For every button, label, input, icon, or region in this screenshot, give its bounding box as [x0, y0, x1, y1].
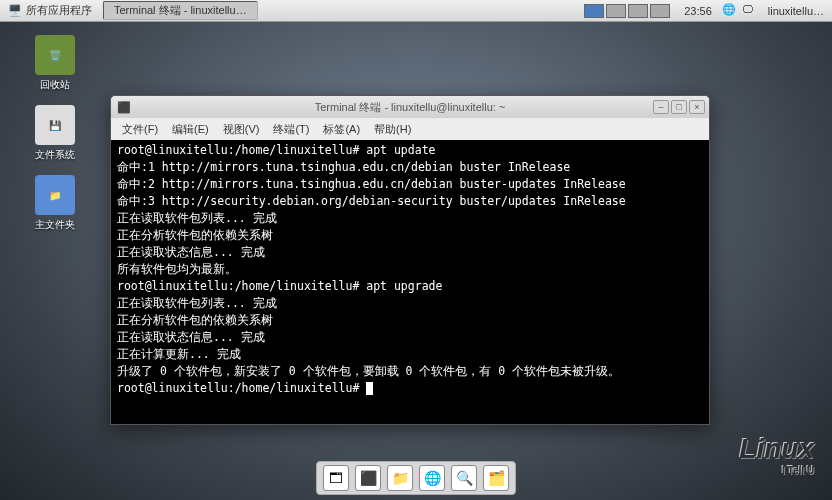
- window-title: Terminal 终端 - linuxitellu@linuxitellu: ~: [111, 100, 709, 115]
- dock-web-browser[interactable]: 🌐: [419, 465, 445, 491]
- display-tray-icon[interactable]: 🖵: [742, 3, 758, 19]
- desktop-trash[interactable]: 🗑️ 回收站: [25, 35, 85, 92]
- trash-icon: 🗑️: [35, 35, 75, 75]
- terminal-line: 正在读取状态信息... 完成: [117, 329, 703, 346]
- dock: 🗔 ⬛ 📁 🌐 🔍 🗂️: [316, 461, 516, 495]
- taskbar-terminal[interactable]: Terminal 终端 - linuxitellu…: [103, 1, 258, 20]
- menubar: 文件(F) 编辑(E) 视图(V) 终端(T) 标签(A) 帮助(H): [111, 118, 709, 140]
- terminal-line: root@linuxitellu:/home/linuxitellu# apt …: [117, 278, 703, 295]
- dock-file-manager[interactable]: 📁: [387, 465, 413, 491]
- app-menu-icon: 🖥️: [8, 4, 22, 17]
- wallpaper-watermark: Linux I Tell U: [739, 433, 814, 476]
- terminal-line: 正在计算更新... 完成: [117, 346, 703, 363]
- app-menu-label: 所有应用程序: [26, 3, 92, 18]
- watermark-line2: I Tell U: [739, 465, 814, 476]
- workspace-4[interactable]: [650, 4, 670, 18]
- folder-icon: 📁: [35, 175, 75, 215]
- filesystem-label: 文件系统: [25, 148, 85, 162]
- menu-help[interactable]: 帮助(H): [367, 120, 418, 139]
- watermark-line1: Linux: [739, 433, 814, 464]
- terminal-window: ⬛ Terminal 终端 - linuxitellu@linuxitellu:…: [110, 95, 710, 425]
- terminal-line: root@linuxitellu:/home/linuxitellu#: [117, 380, 703, 397]
- terminal-line: 所有软件包均为最新。: [117, 261, 703, 278]
- terminal-line: 升级了 0 个软件包，新安装了 0 个软件包，要卸载 0 个软件包，有 0 个软…: [117, 363, 703, 380]
- user-menu[interactable]: linuxitellu…: [760, 0, 832, 21]
- menu-view[interactable]: 视图(V): [216, 120, 267, 139]
- user-label: linuxitellu…: [768, 5, 824, 17]
- workspace-3[interactable]: [628, 4, 648, 18]
- window-titlebar[interactable]: ⬛ Terminal 终端 - linuxitellu@linuxitellu:…: [111, 96, 709, 118]
- menu-edit[interactable]: 编辑(E): [165, 120, 216, 139]
- workspace-2[interactable]: [606, 4, 626, 18]
- terminal-line: root@linuxitellu:/home/linuxitellu# apt …: [117, 142, 703, 159]
- desktop-home[interactable]: 📁 主文件夹: [25, 175, 85, 232]
- menu-tabs[interactable]: 标签(A): [316, 120, 367, 139]
- workspace-switcher[interactable]: [578, 4, 676, 18]
- terminal-line: 命中:1 http://mirrors.tuna.tsinghua.edu.cn…: [117, 159, 703, 176]
- terminal-body[interactable]: root@linuxitellu:/home/linuxitellu# apt …: [111, 140, 709, 424]
- disk-icon: 💾: [35, 105, 75, 145]
- close-button[interactable]: ×: [689, 100, 705, 114]
- window-app-icon: ⬛: [111, 101, 131, 114]
- terminal-line: 正在读取软件包列表... 完成: [117, 295, 703, 312]
- workspace-1[interactable]: [584, 4, 604, 18]
- terminal-cursor: [366, 382, 373, 395]
- terminal-line: 正在分析软件包的依赖关系树: [117, 227, 703, 244]
- terminal-line: 正在分析软件包的依赖关系树: [117, 312, 703, 329]
- minimize-button[interactable]: –: [653, 100, 669, 114]
- trash-label: 回收站: [25, 78, 85, 92]
- menu-file[interactable]: 文件(F): [115, 120, 165, 139]
- taskbar-label: Terminal 终端 - linuxitellu…: [114, 4, 247, 16]
- clock[interactable]: 23:56: [676, 5, 720, 17]
- top-panel: 🖥️ 所有应用程序 Terminal 终端 - linuxitellu… 23:…: [0, 0, 832, 22]
- menu-terminal[interactable]: 终端(T): [266, 120, 316, 139]
- dock-app-finder[interactable]: 🔍: [451, 465, 477, 491]
- maximize-button[interactable]: □: [671, 100, 687, 114]
- network-tray-icon[interactable]: 🌐: [722, 3, 738, 19]
- terminal-line: 正在读取软件包列表... 完成: [117, 210, 703, 227]
- dock-show-desktop[interactable]: 🗔: [323, 465, 349, 491]
- dock-directory[interactable]: 🗂️: [483, 465, 509, 491]
- desktop-filesystem[interactable]: 💾 文件系统: [25, 105, 85, 162]
- dock-terminal[interactable]: ⬛: [355, 465, 381, 491]
- home-label: 主文件夹: [25, 218, 85, 232]
- terminal-line: 命中:2 http://mirrors.tuna.tsinghua.edu.cn…: [117, 176, 703, 193]
- terminal-line: 正在读取状态信息... 完成: [117, 244, 703, 261]
- terminal-line: 命中:3 http://security.debian.org/debian-s…: [117, 193, 703, 210]
- applications-menu[interactable]: 🖥️ 所有应用程序: [0, 0, 100, 21]
